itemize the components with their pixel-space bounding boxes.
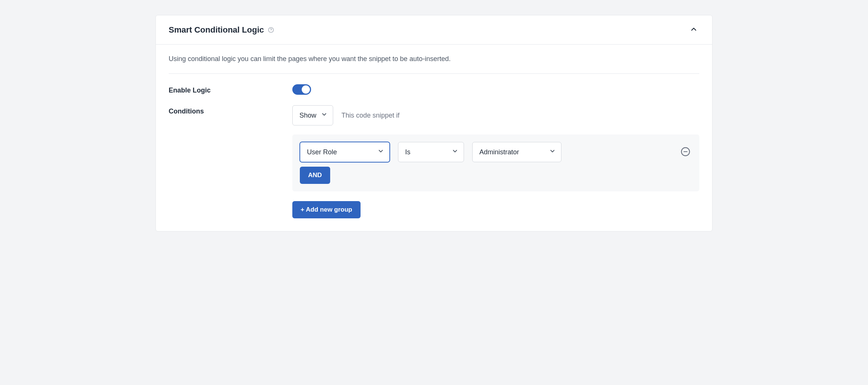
add-group-button[interactable]: + Add new group <box>292 201 361 218</box>
rule-subject-value: User Role <box>307 148 337 156</box>
action-select[interactable]: Show <box>292 105 333 125</box>
conditions-label: Conditions <box>169 105 292 115</box>
help-icon[interactable] <box>268 27 274 33</box>
chevron-down-icon <box>452 148 458 157</box>
panel-body: Using conditional logic you can limit th… <box>156 45 712 231</box>
rule-value-select[interactable]: Administrator <box>472 142 561 162</box>
rule-subject-select[interactable]: User Role <box>300 142 390 162</box>
toggle-knob <box>302 85 310 94</box>
rule-operator-value: Is <box>405 148 410 156</box>
conditions-control: Show This code snippet if User Role <box>292 105 699 218</box>
conditional-logic-panel: Smart Conditional Logic Using conditiona… <box>156 15 712 231</box>
chevron-down-icon <box>321 111 328 120</box>
enable-logic-label: Enable Logic <box>169 84 292 94</box>
chevron-down-icon <box>549 148 556 157</box>
chevron-up-icon <box>690 25 698 34</box>
and-button[interactable]: AND <box>300 167 330 184</box>
enable-logic-toggle[interactable] <box>292 84 311 95</box>
rule-value-value: Administrator <box>479 148 519 156</box>
svg-point-1 <box>271 31 271 31</box>
conditions-row: Conditions Show This code snippet if Use… <box>169 105 699 218</box>
snippet-if-text: This code snippet if <box>341 112 400 119</box>
conditions-action-row: Show This code snippet if <box>292 105 699 125</box>
condition-group: User Role Is Administrator <box>292 134 699 191</box>
enable-logic-control <box>292 84 699 95</box>
rule-operator-select[interactable]: Is <box>398 142 464 162</box>
rule-row: User Role Is Administrator <box>300 142 692 162</box>
panel-title-text: Smart Conditional Logic <box>169 25 264 35</box>
collapse-button[interactable] <box>688 24 699 36</box>
chevron-down-icon <box>377 148 384 157</box>
panel-title: Smart Conditional Logic <box>169 25 274 35</box>
remove-rule-button[interactable] <box>679 145 692 159</box>
panel-header: Smart Conditional Logic <box>156 15 712 45</box>
minus-circle-icon <box>681 147 690 158</box>
enable-logic-row: Enable Logic <box>169 84 699 95</box>
action-select-value: Show <box>299 112 316 119</box>
panel-description: Using conditional logic you can limit th… <box>169 55 699 74</box>
